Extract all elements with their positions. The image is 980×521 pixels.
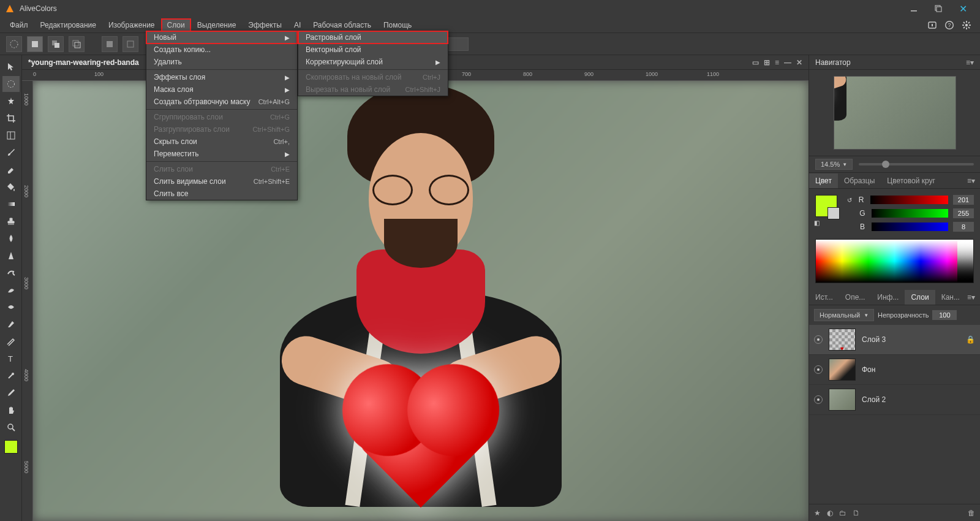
- tool-magic-wand[interactable]: [2, 93, 20, 109]
- menu-selection[interactable]: Выделение: [191, 18, 243, 32]
- opt-selection-new[interactable]: [6, 36, 22, 52]
- menu-workspace[interactable]: Рабочая область: [307, 18, 377, 32]
- opt-mode-b[interactable]: [123, 36, 138, 52]
- menu-item[interactable]: Эффекты слоя▶: [146, 71, 297, 83]
- tool-smudge[interactable]: [2, 265, 20, 281]
- menu-item[interactable]: Переместить▶: [146, 148, 297, 160]
- zoom-value[interactable]: 14.5%▼: [815, 159, 853, 170]
- maximize-button[interactable]: [926, 0, 951, 17]
- foreground-swatch[interactable]: [4, 440, 18, 454]
- tool-hand[interactable]: [2, 402, 20, 418]
- channel-g-value[interactable]: 255: [953, 208, 974, 218]
- menu-item[interactable]: Маска слоя▶: [146, 83, 297, 96]
- revert-color-icon[interactable]: ↺: [847, 197, 852, 203]
- minimize-button[interactable]: [902, 0, 926, 17]
- layer-fx-icon[interactable]: ★: [814, 509, 821, 517]
- tool-text[interactable]: T: [2, 351, 20, 367]
- tab-colorwheel[interactable]: Цветовой круг: [881, 173, 941, 188]
- tool-fill[interactable]: [2, 179, 20, 195]
- layer-new-icon[interactable]: 🗋: [853, 509, 860, 517]
- tool-crop[interactable]: [2, 110, 20, 126]
- tool-blur[interactable]: [2, 230, 20, 246]
- lock-icon[interactable]: 🔒: [966, 335, 975, 344]
- tab-history[interactable]: Ист...: [809, 290, 839, 305]
- tab-actions[interactable]: Опе...: [839, 290, 872, 305]
- tool-sharpen[interactable]: [2, 248, 20, 264]
- tool-pen[interactable]: [2, 316, 20, 332]
- menu-item[interactable]: Слить все: [146, 188, 297, 200]
- channel-r-value[interactable]: 201: [953, 195, 974, 205]
- tab-info[interactable]: Инф...: [871, 290, 905, 305]
- opacity-value[interactable]: 100: [932, 310, 957, 320]
- tab-swatches[interactable]: Образцы: [838, 173, 881, 188]
- menu-image[interactable]: Изображение: [102, 18, 161, 32]
- menu-item[interactable]: Удалить: [146, 56, 297, 68]
- tool-move[interactable]: [2, 59, 20, 75]
- layer-row[interactable]: Слой 3🔒: [809, 325, 980, 355]
- menu-file[interactable]: Файл: [4, 18, 34, 32]
- menu-item[interactable]: Слить видимые слоиCtrl+Shift+E: [146, 175, 297, 188]
- close-button[interactable]: ✕: [951, 0, 975, 17]
- opt-selection-intersect[interactable]: [69, 36, 85, 52]
- color-panel-menu-icon[interactable]: ≡▾: [967, 177, 980, 185]
- menu-item[interactable]: Векторный слой: [298, 44, 448, 56]
- channel-r-slider[interactable]: [870, 196, 948, 204]
- layer-mask-icon[interactable]: ◐: [827, 509, 833, 517]
- tool-eyedropper[interactable]: [2, 385, 20, 401]
- color-spectrum[interactable]: [815, 239, 974, 283]
- tool-selection[interactable]: [2, 76, 20, 92]
- navigator-thumbnail[interactable]: [809, 70, 980, 156]
- tab-close-icon[interactable]: ✕: [796, 58, 802, 67]
- tool-dodge[interactable]: [2, 368, 20, 384]
- settings-icon[interactable]: [960, 19, 973, 31]
- layer-row[interactable]: Фон: [809, 355, 980, 385]
- tab-min-icon[interactable]: —: [784, 58, 791, 67]
- tool-gradient[interactable]: [2, 196, 20, 212]
- notification-icon[interactable]: [926, 19, 938, 31]
- channel-b-slider[interactable]: [872, 222, 948, 231]
- zoom-slider[interactable]: [859, 163, 974, 165]
- tool-shape[interactable]: [2, 333, 20, 349]
- layer-row[interactable]: Слой 2: [809, 385, 980, 415]
- menu-item[interactable]: Скрыть слоиCtrl+,: [146, 135, 297, 148]
- menu-layers[interactable]: Слои: [161, 18, 191, 32]
- tool-zoom[interactable]: [2, 419, 20, 435]
- menu-edit[interactable]: Редактирование: [34, 18, 102, 32]
- menu-item[interactable]: Корректирующий слой▶: [298, 56, 448, 68]
- layer-visibility-icon[interactable]: [814, 365, 823, 374]
- tool-eraser[interactable]: [2, 162, 20, 178]
- tool-brush[interactable]: [2, 145, 20, 161]
- channel-b-value[interactable]: 8: [953, 222, 974, 232]
- tool-artistic-b[interactable]: [2, 299, 20, 315]
- layer-visibility-icon[interactable]: [814, 335, 823, 344]
- menu-item[interactable]: Новый▶: [146, 31, 297, 44]
- blend-mode-combo[interactable]: Нормальный▼: [814, 309, 874, 321]
- color-swatch-background[interactable]: [827, 207, 840, 219]
- layers-panel-menu-icon[interactable]: ≡▾: [967, 293, 980, 302]
- tab-layers[interactable]: Слои: [905, 290, 935, 305]
- menu-item[interactable]: Создать копию...: [146, 44, 297, 56]
- tab-view-a-icon[interactable]: ▭: [752, 58, 759, 67]
- tool-stamp[interactable]: [2, 213, 20, 229]
- layer-visibility-icon[interactable]: [814, 395, 823, 404]
- tool-slice[interactable]: [2, 127, 20, 143]
- layer-group-icon[interactable]: 🗀: [839, 509, 846, 517]
- tab-color[interactable]: Цвет: [809, 173, 838, 188]
- menu-ai[interactable]: AI: [288, 18, 307, 32]
- swap-colors-icon[interactable]: ◧: [814, 219, 820, 226]
- tool-artistic-a[interactable]: [2, 282, 20, 298]
- channel-g-slider[interactable]: [872, 209, 948, 218]
- opt-selection-add[interactable]: [27, 36, 43, 52]
- tab-channels[interactable]: Кан...: [935, 290, 966, 305]
- layer-delete-icon[interactable]: 🗑: [968, 509, 975, 517]
- menu-effects[interactable]: Эффекты: [242, 18, 288, 32]
- menu-item[interactable]: Растровый слой: [298, 31, 448, 44]
- opt-mode-a[interactable]: [102, 36, 118, 52]
- tab-view-b-icon[interactable]: ⊞: [764, 58, 770, 67]
- opt-selection-sub[interactable]: [48, 36, 64, 52]
- help-icon[interactable]: ?: [943, 19, 956, 31]
- menu-help[interactable]: Помощь: [377, 18, 418, 32]
- menu-item[interactable]: Создать обтравочную маскуCtrl+Alt+G: [146, 96, 297, 108]
- tab-view-c-icon[interactable]: ≡: [775, 58, 779, 67]
- navigator-menu-icon[interactable]: ≡▾: [966, 58, 974, 67]
